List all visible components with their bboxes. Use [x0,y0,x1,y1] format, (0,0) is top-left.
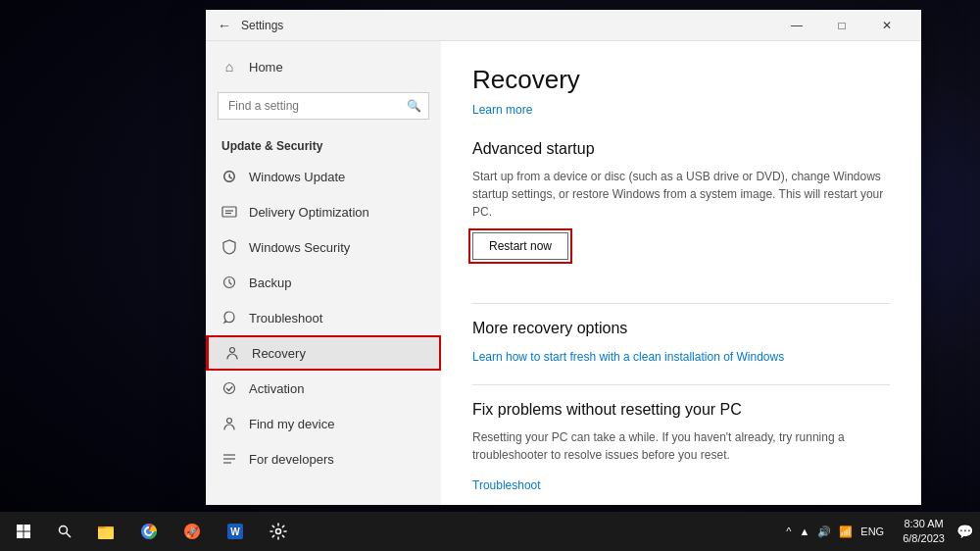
svg-rect-11 [24,525,31,531]
taskbar-right-area: ^ ▲ 🔊 📶 ENG 8:30 AM 6/8/2023 💬 [775,512,980,551]
sidebar-item-label: Activation [249,381,304,396]
for-developers-icon [221,451,237,467]
advanced-startup-description: Start up from a device or disc (such as … [472,168,890,221]
troubleshoot-link[interactable]: Troubleshoot [472,478,541,492]
sidebar-item-label: Backup [249,276,291,290]
learn-more-link[interactable]: Learn more [472,103,890,117]
tray-icon-1[interactable]: ▲ [796,524,812,539]
sidebar-item-backup[interactable]: Backup [206,265,441,300]
sidebar-item-find-my-device[interactable]: Find my device [206,406,441,441]
search-icon: 🔍 [407,99,421,113]
fix-problems-description: Resetting your PC can take a while. If y… [472,428,890,464]
divider-1 [472,303,890,304]
sidebar-item-label: Recovery [252,346,306,361]
taskbar: 🚀 W ^ ▲ 🔊 [0,512,980,551]
advanced-startup-section: Advanced startup Start up from a device … [472,140,890,283]
tray-network-icon[interactable]: 📶 [836,524,856,540]
desktop: ← Settings — □ ✕ ⌂ Home 🔍 [0,0,980,551]
sidebar-item-label: Troubleshoot [249,311,322,326]
activation-icon [221,380,237,396]
taskbar-settings[interactable] [259,512,298,551]
svg-rect-13 [24,532,31,539]
sidebar-item-troubleshoot[interactable]: Troubleshoot [206,300,441,335]
maximize-button[interactable]: □ [819,10,864,41]
tray-volume-icon[interactable]: 🔊 [814,524,834,540]
notification-button[interactable]: 💬 [953,512,976,551]
sidebar: ⌂ Home 🔍 Update & Security [206,41,441,505]
restart-now-button[interactable]: Restart now [472,232,568,260]
svg-point-25 [276,529,281,534]
delivery-optimization-icon [221,204,237,220]
sidebar-item-recovery[interactable]: Recovery [206,335,441,371]
svg-point-6 [227,419,232,424]
window-controls: — □ ✕ [774,10,909,41]
sidebar-item-label: Windows Update [249,170,345,184]
taskbar-file-explorer[interactable] [86,512,125,551]
more-recovery-title: More recovery options [472,320,890,337]
sidebar-item-windows-update[interactable]: Windows Update [206,159,441,194]
sidebar-item-label: Delivery Optimization [249,205,369,220]
sidebar-section-title: Update & Security [206,127,441,159]
svg-rect-12 [17,532,24,539]
settings-window: ← Settings — □ ✕ ⌂ Home 🔍 [206,10,921,505]
tray-chevron[interactable]: ^ [783,524,794,539]
start-button[interactable] [0,512,47,551]
svg-rect-10 [17,525,24,531]
svg-text:W: W [230,526,240,537]
svg-text:🚀: 🚀 [186,526,199,538]
tray-language[interactable]: ENG [858,524,887,539]
divider-2 [472,384,890,385]
search-input[interactable] [218,92,429,120]
svg-line-15 [67,533,72,538]
sidebar-item-label: Find my device [249,417,334,431]
recovery-icon [224,345,240,361]
fix-problems-title: Fix problems without resetting your PC [472,401,890,419]
content-area: Recovery Learn more Advanced startup Sta… [441,41,921,505]
find-device-icon [221,416,237,431]
more-recovery-section: More recovery options Learn how to start… [472,320,890,365]
sidebar-search-container: 🔍 [218,92,429,120]
system-tray: ^ ▲ 🔊 📶 ENG [775,512,895,551]
taskbar-chrome[interactable] [129,512,169,551]
taskbar-clock[interactable]: 8:30 AM 6/8/2023 [895,512,953,551]
sidebar-item-label: Windows Security [249,240,350,255]
clean-install-link[interactable]: Learn how to start fresh with a clean in… [472,350,784,364]
sidebar-item-windows-security[interactable]: Windows Security [206,229,441,265]
clock-date: 6/8/2023 [903,531,945,546]
troubleshoot-icon [221,310,237,326]
sidebar-item-for-developers[interactable]: For developers [206,441,441,476]
taskbar-app-icons: 🚀 W [82,512,302,551]
window-titlebar: ← Settings — □ ✕ [206,10,921,41]
close-button[interactable]: ✕ [864,10,909,41]
back-button[interactable]: ← [218,18,231,33]
taskbar-word[interactable]: W [216,512,255,551]
sidebar-item-activation[interactable]: Activation [206,371,441,406]
home-icon: ⌂ [221,59,237,75]
taskbar-search-button[interactable] [47,512,82,551]
minimize-button[interactable]: — [774,10,819,41]
windows-update-icon [221,169,237,184]
taskbar-app-3[interactable]: 🚀 [172,512,212,551]
sidebar-home-label: Home [249,60,283,75]
window-title: Settings [241,19,283,32]
page-title: Recovery [472,65,890,95]
sidebar-item-delivery-optimization[interactable]: Delivery Optimization [206,194,441,229]
svg-point-5 [224,383,235,394]
svg-rect-0 [222,207,236,217]
sidebar-item-home[interactable]: ⌂ Home [206,49,441,84]
svg-point-14 [60,526,68,534]
advanced-startup-title: Advanced startup [472,140,890,158]
sidebar-item-label: For developers [249,452,334,467]
clock-time: 8:30 AM [904,517,943,531]
window-body: ⌂ Home 🔍 Update & Security [206,41,921,505]
fix-problems-section: Fix problems without resetting your PC R… [472,401,890,493]
backup-icon [221,275,237,290]
windows-security-icon [221,239,237,255]
svg-point-4 [230,348,235,353]
